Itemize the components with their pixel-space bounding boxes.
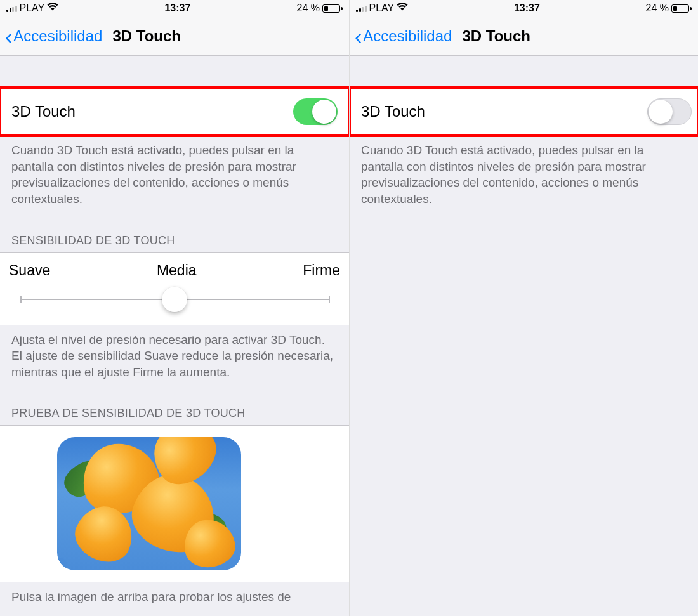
signal-icon <box>356 4 367 12</box>
signal-icon <box>6 4 17 12</box>
slider-labels: Suave Media Firme <box>9 262 340 279</box>
switch-3d-touch-on[interactable] <box>293 98 338 125</box>
page-title: 3D Touch <box>462 27 530 45</box>
status-bar: PLAY 13:37 24 % <box>350 0 698 16</box>
carrier-label: PLAY <box>369 3 395 14</box>
back-label: Accesibilidad <box>363 27 452 45</box>
status-left: PLAY <box>6 3 58 14</box>
battery-icon <box>671 4 692 13</box>
switch-knob <box>312 100 336 124</box>
switch-3d-touch-off[interactable] <box>647 98 692 125</box>
toggle-description: Cuando 3D Touch está activado, puedes pu… <box>0 136 349 216</box>
sensitivity-header: SENSIBILIDAD DE 3D TOUCH <box>0 216 349 252</box>
toggle-row-3d-touch[interactable]: 3D Touch <box>0 88 349 136</box>
test-image-bubble[interactable] <box>57 437 241 570</box>
slider-label-right: Firme <box>303 262 340 279</box>
toggle-label: 3D Touch <box>361 103 425 121</box>
back-button[interactable]: ‹ Accesibilidad <box>355 25 452 47</box>
back-button[interactable]: ‹ Accesibilidad <box>5 25 102 47</box>
toggle-label: 3D Touch <box>11 103 76 121</box>
screen-left: PLAY 13:37 24 % ‹ Accesibilidad 3D Touch… <box>0 0 349 616</box>
chevron-left-icon: ‹ <box>5 25 12 47</box>
status-right: 24 % <box>646 3 692 14</box>
status-time: 13:37 <box>164 3 190 14</box>
test-header: PRUEBA DE SENSIBILIDAD DE 3D TOUCH <box>0 389 349 425</box>
page-title: 3D Touch <box>112 27 181 45</box>
battery-pct: 24 % <box>297 3 320 14</box>
slider-label-center: Media <box>157 262 197 279</box>
chevron-left-icon: ‹ <box>355 25 362 47</box>
back-label: Accesibilidad <box>13 27 102 45</box>
wifi-icon <box>397 3 408 14</box>
switch-knob <box>649 100 673 124</box>
test-image-cell <box>0 425 349 582</box>
status-left: PLAY <box>356 3 408 14</box>
sensitivity-slider[interactable] <box>9 285 340 313</box>
battery-icon <box>322 4 343 13</box>
slider-label-left: Suave <box>9 262 50 279</box>
test-footer: Pulsa la imagen de arriba para probar lo… <box>0 582 349 614</box>
wifi-icon <box>47 3 58 14</box>
status-time: 13:37 <box>514 3 540 14</box>
status-bar: PLAY 13:37 24 % <box>0 0 349 16</box>
nav-bar: ‹ Accesibilidad 3D Touch <box>0 16 349 56</box>
toggle-row-3d-touch[interactable]: 3D Touch <box>350 88 698 136</box>
status-right: 24 % <box>297 3 343 14</box>
battery-pct: 24 % <box>646 3 669 14</box>
nav-bar: ‹ Accesibilidad 3D Touch <box>350 16 698 56</box>
toggle-description: Cuando 3D Touch está activado, puedes pu… <box>350 136 698 216</box>
slider-knob[interactable] <box>162 287 187 312</box>
carrier-label: PLAY <box>20 3 45 14</box>
sensitivity-slider-cell: Suave Media Firme <box>0 252 349 325</box>
screen-right: PLAY 13:37 24 % ‹ Accesibilidad 3D Touch… <box>349 0 698 616</box>
sensitivity-footer: Ajusta el nivel de presión necesario par… <box>0 325 349 390</box>
